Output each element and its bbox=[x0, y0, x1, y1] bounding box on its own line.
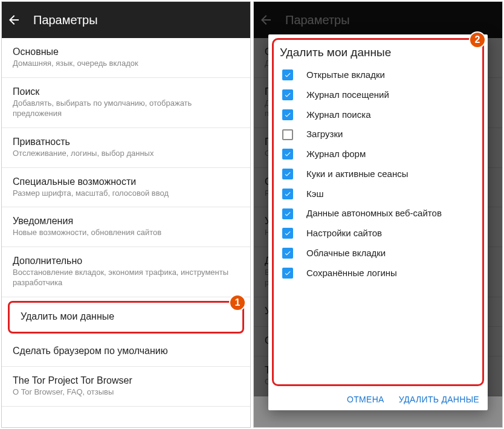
checkbox-label: Журнал посещений bbox=[306, 89, 389, 101]
item-title: Уведомления bbox=[13, 216, 239, 227]
checkbox-label: Данные автономных веб-сайтов bbox=[306, 208, 442, 219]
checkbox-icon[interactable] bbox=[282, 89, 293, 100]
item-subtitle: О Tor Browser, FAQ, отзывы bbox=[13, 387, 239, 398]
checkbox-icon[interactable] bbox=[282, 149, 293, 160]
settings-item-advanced[interactable]: Дополнительно Восстановление вкладок, эк… bbox=[2, 247, 250, 297]
item-title: Сделать браузером по умолчанию bbox=[13, 346, 239, 356]
dialog-title: Удалить мои данные bbox=[280, 46, 476, 59]
checkbox-label: Сохранённые логины bbox=[306, 268, 397, 279]
item-title: Специальные возможности bbox=[13, 176, 239, 187]
checkbox-row[interactable]: Данные автономных веб-сайтов bbox=[280, 204, 476, 224]
checkbox-label: Журнал форм bbox=[306, 149, 366, 160]
item-subtitle: Размер шрифта, масштаб, голосовой ввод bbox=[13, 189, 239, 199]
settings-item-accessibility[interactable]: Специальные возможности Размер шрифта, м… bbox=[2, 168, 250, 208]
checkbox-list: Открытые вкладкиЖурнал посещенийЖурнал п… bbox=[280, 65, 476, 283]
clear-data-dialog: 2 Удалить мои данные Открытые вкладкиЖур… bbox=[268, 34, 488, 410]
checkbox-icon[interactable] bbox=[282, 208, 293, 219]
highlight-clear-data: 1 Удалить мои данные bbox=[8, 301, 244, 334]
settings-item-clear-data[interactable]: Удалить мои данные bbox=[10, 303, 242, 332]
checkbox-row[interactable]: Облачные вкладки bbox=[280, 244, 476, 263]
step-badge-1: 1 bbox=[229, 294, 246, 311]
checkbox-label: Настройки сайтов bbox=[306, 228, 382, 239]
settings-item-about[interactable]: The Tor Project Tor Browser О Tor Browse… bbox=[2, 367, 250, 407]
checkbox-icon[interactable] bbox=[282, 228, 293, 239]
item-subtitle: Добавлять, выбирать по умолчанию, отобра… bbox=[13, 98, 239, 119]
checkbox-icon[interactable] bbox=[282, 169, 293, 179]
phone-left: Параметры Основные Домашняя, язык, очере… bbox=[1, 1, 251, 428]
checkbox-row[interactable]: Журнал форм bbox=[280, 144, 476, 164]
dialog-actions: ОТМЕНА УДАЛИТЬ ДАННЫЕ bbox=[268, 390, 488, 410]
checkbox-icon[interactable] bbox=[282, 189, 293, 199]
checkbox-icon[interactable] bbox=[282, 69, 293, 80]
checkbox-label: Кэш bbox=[306, 189, 323, 200]
settings-item-default-browser[interactable]: Сделать браузером по умолчанию bbox=[2, 337, 250, 367]
item-subtitle: Домашняя, язык, очередь вкладок bbox=[13, 59, 239, 69]
checkbox-row[interactable]: Журнал посещений bbox=[280, 85, 476, 105]
item-subtitle: Отслеживание, логины, выбор данных bbox=[13, 149, 239, 159]
checkbox-label: Облачные вкладки bbox=[306, 248, 386, 259]
settings-item-notifications[interactable]: Уведомления Новые возможности, обновлени… bbox=[2, 207, 250, 247]
item-title: Основные bbox=[13, 47, 239, 57]
checkbox-icon[interactable] bbox=[282, 268, 293, 279]
checkbox-label: Журнал поиска bbox=[306, 109, 370, 121]
checkbox-icon[interactable] bbox=[282, 248, 293, 259]
header-title: Параметры bbox=[33, 13, 98, 27]
checkbox-row[interactable]: Сохранённые логины bbox=[280, 263, 476, 283]
checkbox-row[interactable]: Кэш bbox=[280, 184, 476, 204]
settings-item-search[interactable]: Поиск Добавлять, выбирать по умолчанию, … bbox=[2, 78, 250, 128]
checkbox-row[interactable]: Настройки сайтов bbox=[280, 224, 476, 244]
checkbox-icon[interactable] bbox=[282, 109, 293, 120]
back-icon[interactable] bbox=[7, 13, 21, 27]
app-header: Параметры bbox=[2, 2, 250, 38]
checkbox-row[interactable]: Загрузки bbox=[280, 124, 476, 144]
checkbox-label: Загрузки bbox=[306, 129, 343, 140]
checkbox-icon[interactable] bbox=[282, 129, 293, 140]
dialog-highlight: 2 Удалить мои данные Открытые вкладкиЖур… bbox=[272, 38, 484, 386]
checkbox-label: Открытые вкладки bbox=[306, 69, 385, 81]
step-badge-2: 2 bbox=[469, 31, 486, 48]
checkbox-row[interactable]: Куки и активные сеансы bbox=[280, 164, 476, 184]
checkbox-label: Куки и активные сеансы bbox=[306, 169, 409, 180]
item-title: Дополнительно bbox=[13, 256, 239, 266]
cancel-button[interactable]: ОТМЕНА bbox=[347, 395, 384, 404]
item-title: The Tor Project Tor Browser bbox=[13, 375, 239, 386]
item-subtitle: Новые возможности, обновления сайтов bbox=[13, 228, 239, 238]
item-title: Приватность bbox=[13, 137, 239, 147]
phone-right: Параметры Основные Домашняя, язык, очере… bbox=[253, 1, 503, 428]
checkbox-row[interactable]: Журнал поиска bbox=[280, 105, 476, 125]
settings-item-main[interactable]: Основные Домашняя, язык, очередь вкладок bbox=[2, 38, 250, 78]
confirm-button[interactable]: УДАЛИТЬ ДАННЫЕ bbox=[399, 395, 479, 404]
item-title: Удалить мои данные bbox=[21, 311, 231, 322]
item-subtitle: Восстановление вкладок, экономия трафика… bbox=[13, 268, 239, 288]
settings-list: Основные Домашняя, язык, очередь вкладок… bbox=[2, 38, 250, 407]
checkbox-row[interactable]: Открытые вкладки bbox=[280, 65, 476, 85]
settings-item-privacy[interactable]: Приватность Отслеживание, логины, выбор … bbox=[2, 128, 250, 168]
item-title: Поиск bbox=[13, 86, 239, 97]
